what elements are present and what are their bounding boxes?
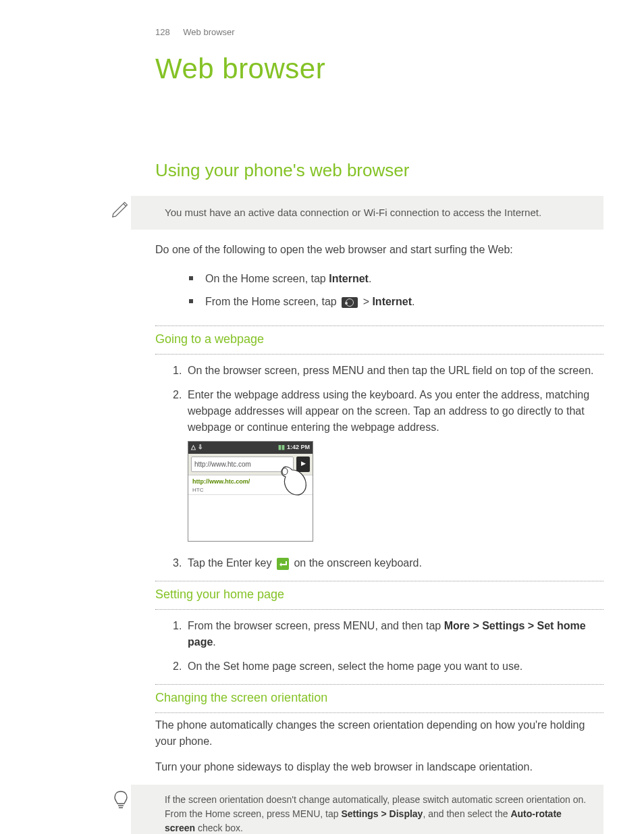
manual-page: 128 Web browser Web browser Using your p… [0,0,644,834]
lightbulb-icon [112,790,130,810]
apps-button-icon [342,297,358,308]
step: Tap the Enter key on the onscreen keyboa… [170,551,603,575]
step: Enter the webpage address using the keyb… [170,383,603,551]
phone-screenshot: △ ⇩ ▮▮ 1:42 PM http://www.htc.com ▶ http… [188,441,313,542]
pencil-icon [111,199,131,219]
open-browser-options: On the Home screen, tap Internet. From t… [188,267,603,313]
divider [155,354,603,355]
enter-key-icon [277,558,289,570]
step: On the Set home page screen, select the … [170,654,603,679]
page-number: 128 [155,27,170,37]
divider [155,609,603,610]
phone-content-area [188,495,313,541]
running-header: 128 Web browser [155,26,603,39]
note-callout: You must have an active data connection … [131,196,603,230]
list-item: On the Home screen, tap Internet. [188,267,603,290]
subsection-title: Setting your home page [155,585,603,604]
step: On the browser screen, press MENU and th… [170,359,603,383]
chapter-title: Web browser [155,47,603,90]
step: From the browser screen, press MENU, and… [170,614,603,654]
section-title: Using your phone's web browser [155,157,603,184]
going-to-webpage-steps: On the browser screen, press MENU and th… [170,359,603,575]
subsection-title: Changing the screen orientation [155,689,603,707]
orientation-p2: Turn your phone sideways to display the … [155,759,603,775]
subsection-title: Going to a webpage [155,330,603,348]
divider [155,684,603,685]
list-item: From the Home screen, tap > Internet. [188,290,603,313]
divider [155,581,603,581]
note-text: You must have an active data connection … [165,207,541,218]
tip-callout: If the screen orientation doesn't change… [131,785,603,834]
orientation-p1: The phone automatically changes the scre… [155,717,603,750]
divider [155,325,603,326]
set-homepage-steps: From the browser screen, press MENU, and… [170,614,603,679]
phone-suggestion: http://www.htc.com/ HTC [188,475,313,496]
divider [155,712,603,713]
intro-text: Do one of the following to open the web … [155,242,603,258]
status-time: ▮▮ 1:42 PM [278,443,310,452]
phone-status-bar: △ ⇩ ▮▮ 1:42 PM [188,442,313,454]
running-title: Web browser [183,27,234,37]
